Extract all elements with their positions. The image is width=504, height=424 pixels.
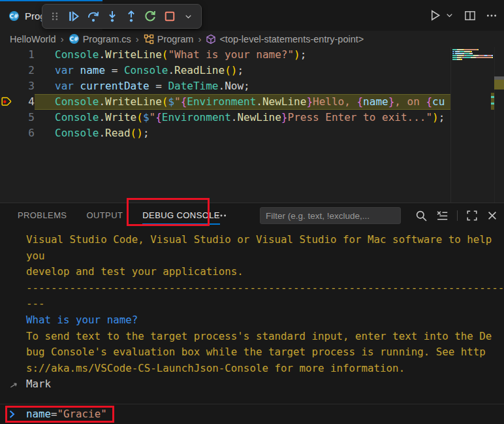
csharp-file-icon: C# bbox=[8, 10, 20, 22]
bottom-panel: PROBLEMSOUTPUTDEBUG CONSOLE Visual Studi… bbox=[0, 203, 504, 424]
search-icon[interactable] bbox=[415, 210, 428, 222]
code-editor[interactable]: 1Console.WriteLine("What is your name?")… bbox=[0, 47, 504, 203]
code-line[interactable]: 4Console.WriteLine($"{Environment.NewLin… bbox=[0, 94, 450, 110]
console-filter bbox=[260, 207, 401, 224]
step-over-button[interactable] bbox=[85, 7, 102, 26]
minimap-line bbox=[452, 57, 494, 58]
minimap-line bbox=[452, 55, 494, 56]
code-text: Console.WriteLine("What is your name?"); bbox=[35, 47, 450, 63]
line-number[interactable]: 2 bbox=[0, 63, 35, 78]
console-filter-input[interactable] bbox=[260, 207, 401, 224]
console-line: you bbox=[26, 248, 504, 265]
panel-tab-output[interactable]: OUTPUT bbox=[86, 203, 123, 228]
code-text: Console.WriteLine($"{Environment.NewLine… bbox=[35, 94, 450, 110]
clear-console-icon[interactable] bbox=[436, 210, 449, 222]
code-line[interactable]: 6Console.Read(); bbox=[0, 125, 450, 141]
console-line: ----------------------------------------… bbox=[26, 280, 504, 297]
maximize-panel-icon[interactable] bbox=[466, 210, 478, 221]
debug-options-dropdown-button[interactable] bbox=[180, 7, 197, 26]
code-text: Console.Read(); bbox=[35, 125, 450, 141]
console-line: bug Console's evaluation box while the t… bbox=[26, 344, 504, 361]
breadcrumb-label: HelloWorld bbox=[10, 34, 56, 44]
stop-button[interactable] bbox=[161, 7, 178, 26]
console-input-chevron-icon bbox=[7, 409, 17, 422]
code-line[interactable]: 1Console.WriteLine("What is your name?")… bbox=[0, 47, 450, 63]
svg-text:C#: C# bbox=[69, 36, 78, 42]
run-or-debug-button[interactable] bbox=[429, 9, 441, 22]
minimap-tick bbox=[491, 103, 494, 105]
current-statement-breakpoint-icon[interactable] bbox=[1, 96, 12, 108]
symbol-class-icon bbox=[144, 34, 154, 44]
minimap-line bbox=[452, 59, 494, 60]
run-dropdown-button[interactable] bbox=[445, 10, 454, 20]
step-into-button[interactable] bbox=[104, 7, 121, 26]
breadcrumb-item[interactable]: C#Program.cs bbox=[69, 33, 131, 44]
minimap-line bbox=[452, 53, 494, 54]
breadcrumb-item[interactable]: Program bbox=[144, 34, 194, 44]
breadcrumb-label: Program.cs bbox=[83, 34, 131, 44]
close-panel-icon[interactable] bbox=[486, 210, 498, 221]
console-line: develop and test your applications. bbox=[26, 264, 504, 280]
debug-console-output: Visual Studio Code, Visual Studio or Vis… bbox=[0, 228, 504, 404]
console-line: What is your name? bbox=[26, 312, 504, 329]
restart-button[interactable] bbox=[142, 7, 159, 26]
line-number[interactable]: 5 bbox=[0, 110, 35, 125]
breadcrumb-label: <top-level-statements-entry-point> bbox=[219, 34, 364, 44]
code-text: var name = Console.ReadLine(); bbox=[35, 63, 450, 78]
debug-toolbar bbox=[42, 4, 202, 29]
breadcrumb-item[interactable]: <top-level-statements-entry-point> bbox=[206, 34, 364, 44]
minimap[interactable] bbox=[450, 47, 494, 203]
panel-actions bbox=[415, 203, 498, 228]
code-line[interactable]: 5Console.Write($"{Environment.NewLine}Pr… bbox=[0, 110, 450, 125]
line-number[interactable]: 6 bbox=[0, 125, 35, 141]
console-line: s://aka.ms/VSCode-CS-LaunchJson-Console … bbox=[26, 361, 504, 377]
csharp-icon: C# bbox=[69, 33, 80, 44]
console-line: --- bbox=[26, 296, 504, 312]
breadcrumb-separator-icon: › bbox=[198, 33, 201, 44]
debug-console-input[interactable]: name="Gracie" bbox=[0, 404, 504, 423]
breadcrumb-separator-icon: › bbox=[61, 33, 64, 44]
ruler-current-line-marker bbox=[494, 80, 504, 90]
svg-text:C#: C# bbox=[10, 13, 18, 20]
breadcrumb-separator-icon: › bbox=[136, 33, 139, 44]
minimap-line bbox=[452, 49, 494, 50]
editor-actions bbox=[429, 0, 497, 31]
panel-more-tabs-icon[interactable] bbox=[215, 203, 227, 228]
minimap-tick bbox=[491, 96, 494, 98]
more-actions-button[interactable] bbox=[486, 10, 497, 22]
vscode-window: C# Program.cs HelloWorld›C#Program.cs›Pr… bbox=[0, 0, 504, 424]
panel-tabs: PROBLEMSOUTPUTDEBUG CONSOLE bbox=[18, 203, 220, 228]
console-line: Mark bbox=[26, 376, 504, 393]
symbol-method-icon bbox=[206, 34, 216, 44]
code-line[interactable]: 2var name = Console.ReadLine(); bbox=[0, 63, 450, 78]
split-editor-button[interactable] bbox=[464, 10, 476, 22]
overview-ruler[interactable] bbox=[494, 47, 504, 203]
console-line: Visual Studio Code, Visual Studio or Vis… bbox=[26, 232, 504, 248]
line-number[interactable]: 3 bbox=[0, 78, 35, 94]
code-lines: 1Console.WriteLine("What is your name?")… bbox=[0, 47, 450, 203]
panel-header: PROBLEMSOUTPUTDEBUG CONSOLE bbox=[0, 203, 504, 228]
breadcrumb-item[interactable]: HelloWorld bbox=[10, 34, 56, 44]
minimap-highlight-strip bbox=[491, 93, 494, 110]
breadcrumb: HelloWorld›C#Program.cs›Program›<top-lev… bbox=[0, 31, 504, 47]
panel-separator bbox=[457, 210, 458, 221]
step-out-button[interactable] bbox=[123, 7, 140, 26]
minimap-line bbox=[452, 51, 494, 52]
code-text: Console.Write($"{Environment.NewLine}Pre… bbox=[35, 110, 450, 125]
code-text: var currentDate = DateTime.Now; bbox=[35, 78, 450, 94]
line-number[interactable]: 1 bbox=[0, 47, 35, 63]
panel-tab-debug-console[interactable]: DEBUG CONSOLE bbox=[142, 203, 220, 228]
gripper-handle[interactable] bbox=[46, 7, 63, 26]
continue-button[interactable] bbox=[65, 7, 82, 26]
console-line: To send text to the target process's sta… bbox=[26, 329, 504, 345]
input-echo-arrow-icon bbox=[9, 379, 19, 395]
console-input-text: name="Gracie" bbox=[26, 408, 107, 420]
breadcrumb-label: Program bbox=[157, 34, 194, 44]
code-line[interactable]: 3var currentDate = DateTime.Now; bbox=[0, 78, 450, 94]
panel-tab-problems[interactable]: PROBLEMS bbox=[18, 203, 67, 228]
